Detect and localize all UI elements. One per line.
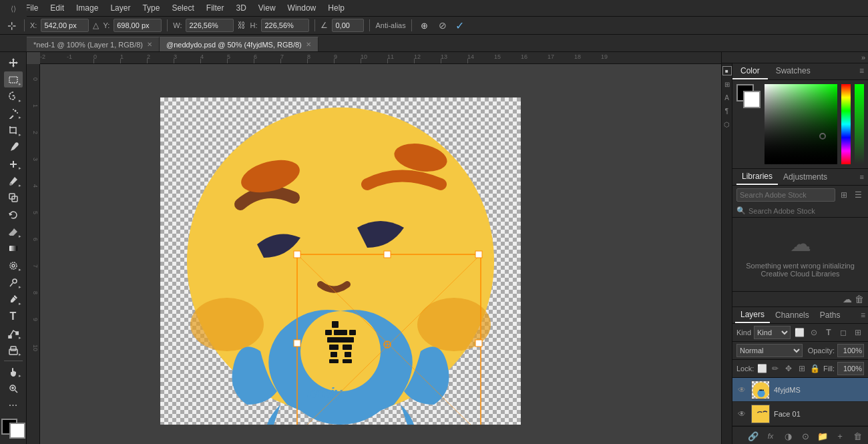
more-tools[interactable]: ··· [4, 398, 23, 413]
menu-filter[interactable]: Filter [201, 2, 230, 14]
w-input[interactable] [186, 19, 234, 32]
fill-input[interactable] [837, 362, 864, 375]
lib-search-inner[interactable] [748, 207, 864, 215]
properties-icon[interactable]: ⊞ [722, 79, 732, 89]
3d-icon[interactable]: ⬡ [722, 120, 732, 129]
color-mode-icon[interactable]: ■ [722, 66, 732, 75]
layer-delete-btn[interactable]: 🗑 [851, 429, 864, 443]
layers-expand[interactable]: ≡ [861, 310, 865, 320]
text-tool[interactable]: T [4, 308, 23, 324]
angle-input[interactable] [332, 19, 364, 32]
filter-pixel-btn[interactable]: ⬜ [793, 326, 805, 339]
link-icon[interactable]: ⛓ [238, 21, 246, 30]
filter-smartobj-btn[interactable]: ⊞ [852, 326, 864, 339]
hand-tool[interactable]: ▸ [4, 364, 23, 379]
shape-tool[interactable]: ▸ [4, 343, 23, 358]
libraries-delete[interactable]: 🗑 [855, 294, 864, 304]
select-rect-tool[interactable]: ▸ [4, 71, 23, 87]
color-hue-slider[interactable] [841, 84, 851, 164]
menu-3d[interactable]: 3D [230, 2, 251, 14]
filter-adjust-btn[interactable]: ⊙ [808, 326, 820, 339]
lock-transparent-btn[interactable]: ⬜ [756, 363, 767, 375]
layer-group-btn[interactable]: 📁 [816, 429, 829, 443]
menu-select[interactable]: Select [166, 2, 199, 14]
tab-channels[interactable]: Channels [770, 308, 815, 322]
zoom-tool[interactable] [4, 381, 23, 396]
dodge-tool[interactable]: ▸ [4, 274, 23, 290]
libraries-expand[interactable]: ≡ [860, 173, 864, 181]
fg-bg-colors[interactable] [1, 419, 25, 439]
y-input[interactable] [114, 19, 162, 32]
pen-tool[interactable]: ▸ [4, 292, 23, 307]
color-alpha-slider[interactable] [855, 84, 864, 164]
move-tool[interactable] [4, 55, 23, 70]
history-brush-tool[interactable] [4, 207, 23, 222]
lock-artboard-btn[interactable]: ⊞ [797, 363, 807, 375]
background-swatch[interactable] [743, 91, 761, 108]
tab-ned1[interactable]: *ned-1 @ 100% (Layer 1, RGB/8) ✕ [27, 37, 160, 51]
tab-adjustments[interactable]: Adjustments [778, 170, 833, 184]
lock-image-btn[interactable]: ✏ [770, 363, 781, 375]
color-panel-expand[interactable]: ≡ [855, 63, 868, 79]
cancel-button[interactable]: ⊘ [436, 19, 449, 32]
layer-new-btn[interactable]: + [833, 429, 847, 443]
libraries-list-btn[interactable]: ☰ [853, 188, 865, 202]
layers-kind-select[interactable]: Kind [754, 326, 791, 339]
canvas-content[interactable]: rneiy [40, 64, 721, 444]
tab-paths[interactable]: Paths [815, 308, 846, 322]
toolbar-transform-btn[interactable]: ⊹ [4, 18, 19, 33]
healing-tool[interactable]: ▸ [4, 156, 23, 172]
menu-view[interactable]: View [253, 2, 281, 14]
blend-mode-select[interactable]: Normal Dissolve Multiply Screen Overlay [736, 344, 803, 357]
menu-window[interactable]: Window [282, 2, 322, 14]
warp-icon[interactable]: ⊕ [417, 18, 432, 33]
eraser-tool[interactable]: ▸ [4, 224, 23, 239]
tab-layers[interactable]: Layers [735, 307, 770, 323]
color-tab-color[interactable]: Color [732, 63, 768, 79]
crop-tool[interactable]: ▸ [4, 122, 23, 138]
x-input[interactable] [41, 19, 89, 32]
tab-libraries[interactable]: Libraries [736, 169, 778, 185]
layer-link-btn[interactable]: 🔗 [746, 429, 760, 443]
clone-tool[interactable] [4, 190, 23, 206]
menu-layer[interactable]: Layer [105, 2, 136, 14]
lasso-tool[interactable]: ▸ [4, 89, 23, 104]
h-input[interactable] [261, 19, 309, 32]
brush-tool[interactable]: ▸ [4, 173, 23, 188]
collapse-panel-btn[interactable]: » [861, 53, 865, 61]
layer-eye-face01[interactable]: 👁 [736, 409, 747, 419]
eyedropper-tool[interactable] [4, 140, 23, 155]
canvas-area[interactable]: -2 -1 0 1 2 3 4 5 6 7 8 9 10 11 12 13 14… [27, 52, 721, 444]
color-gradient-picker[interactable] [765, 84, 837, 164]
layer-row-4fyjdms[interactable]: 👁 4fyjdMS [732, 378, 868, 402]
layer-mask-btn[interactable]: ◑ [781, 429, 795, 443]
tab-neddydo[interactable]: @neddydo.psd @ 50% (4fyjdMS, RGB/8) ✕ [160, 37, 318, 51]
layer-fx-btn[interactable]: fx [764, 429, 777, 443]
filter-shape-btn[interactable]: ◻ [837, 326, 849, 339]
libraries-grid-btn[interactable]: ⊞ [838, 188, 850, 202]
opacity-input[interactable] [837, 344, 864, 357]
confirm-button[interactable]: ✓ [453, 19, 467, 32]
color-tab-swatches[interactable]: Swatches [768, 63, 819, 79]
menu-image[interactable]: Image [71, 2, 103, 14]
layer-eye-4fyjdms[interactable]: 👁 [736, 385, 747, 395]
lock-position-btn[interactable]: ✥ [783, 363, 794, 375]
menu-help[interactable]: Help [322, 2, 350, 14]
menu-type[interactable]: Type [137, 2, 165, 14]
type-icon[interactable]: A [722, 93, 732, 102]
tab-close-2[interactable]: ✕ [306, 41, 311, 48]
blur-tool[interactable]: ▸ [4, 258, 23, 273]
tab-close-1[interactable]: ✕ [147, 41, 152, 48]
path-tool[interactable]: ▸ [4, 326, 23, 341]
layer-adjust-btn[interactable]: ⊙ [799, 429, 812, 443]
menu-edit[interactable]: Edit [45, 2, 69, 14]
lock-all-btn[interactable]: 🔒 [810, 363, 821, 375]
wand-tool[interactable]: ▸ [4, 105, 23, 121]
filter-type-btn[interactable]: T [823, 326, 835, 339]
paragraph-icon[interactable]: ¶ [722, 106, 732, 116]
layer-row-face01[interactable]: 👁 Face 01 [732, 402, 868, 426]
gradient-tool[interactable] [4, 241, 23, 256]
libraries-cloud-sync[interactable]: ☁ [843, 294, 852, 304]
background-color[interactable] [9, 423, 25, 439]
libraries-search-input[interactable] [736, 188, 835, 202]
